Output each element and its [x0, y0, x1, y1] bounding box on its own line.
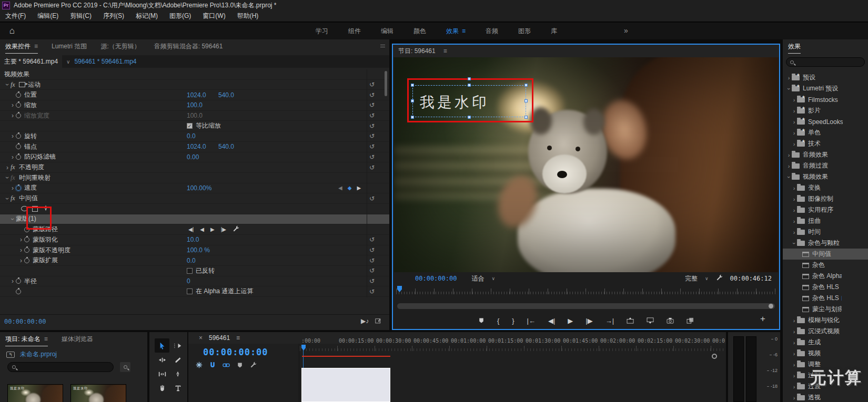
caret-closed-icon[interactable]: ›	[791, 328, 797, 335]
stopwatch-icon[interactable]	[16, 185, 21, 191]
reset-parameter-icon[interactable]: ↺	[369, 236, 375, 243]
reset-parameter-icon[interactable]: ↺	[369, 246, 375, 254]
panel-grip-icon[interactable]	[380, 45, 385, 47]
pen-tool[interactable]	[170, 367, 185, 381]
panel-menu-icon[interactable]: ≡	[44, 335, 48, 343]
mask-handle[interactable]	[468, 116, 471, 119]
menu-item-标记(M)[interactable]: 标记(M)	[136, 12, 158, 20]
timeline-settings-icon[interactable]	[250, 362, 257, 370]
go-to-in-button[interactable]: |←	[527, 317, 536, 325]
effect-controls-timecode[interactable]: 00:00:00:00	[4, 318, 46, 325]
effects-tree-row-杂色 Alpha[interactable]: 杂色 Alpha	[783, 271, 868, 282]
menu-item-序列(S)[interactable]: 序列(S)	[103, 12, 124, 20]
param-value[interactable]: 0	[187, 277, 190, 285]
lift-button[interactable]	[627, 317, 634, 324]
caret-open-icon[interactable]: ›	[4, 81, 11, 88]
workspace-tab-库[interactable]: 库	[551, 27, 557, 36]
caret-closed-icon[interactable]: ›	[791, 229, 797, 235]
program-time-ruler[interactable]	[396, 286, 776, 294]
effects-tree-row-图像控制[interactable]: ›图像控制	[783, 193, 868, 204]
tab-效果控件[interactable]: 效果控件≡	[5, 39, 38, 55]
caret-closed-icon[interactable]: ›	[791, 196, 797, 202]
caret-open-icon[interactable]: ›	[4, 195, 11, 202]
effects-tree-row-视频效果[interactable]: ›视频效果	[783, 171, 868, 182]
extract-button[interactable]	[647, 317, 654, 324]
effects-tree-row-音频过渡[interactable]: ›音频过渡	[783, 160, 868, 171]
caret-open-icon[interactable]: ›	[4, 174, 11, 181]
tab-媒体浏览器[interactable]: 媒体浏览器	[62, 332, 93, 347]
caret-closed-icon[interactable]: ›	[791, 218, 797, 224]
step-back-button[interactable]: ◀|	[548, 317, 555, 325]
sequence-tab-label[interactable]: 596461	[209, 334, 230, 342]
effects-tree-row-杂色 HLS[interactable]: 杂色 HLS	[783, 282, 868, 293]
effects-tree-row-SpeedLooks[interactable]: ›★SpeedLooks	[783, 116, 868, 127]
stopwatch-icon[interactable]	[16, 279, 21, 284]
type-tool[interactable]	[170, 381, 185, 395]
step-forward-button[interactable]: |▶	[586, 317, 592, 325]
caret-closed-icon[interactable]: ›	[791, 97, 797, 103]
param-value[interactable]: 100.00%	[187, 184, 211, 192]
effects-tree-row-技术[interactable]: ›★技术	[783, 138, 868, 149]
stopwatch-icon[interactable]	[24, 237, 29, 242]
mask-handle[interactable]	[468, 77, 471, 80]
workspace-tab-音频[interactable]: 音频	[486, 27, 498, 36]
checkbox-已反转[interactable]	[187, 268, 193, 274]
effect-row-锚点[interactable]: 锚点1024.0540.0↺	[0, 142, 389, 152]
caret-closed-icon[interactable]: ›	[786, 163, 792, 169]
effects-tree-row-透视[interactable]: ›透视	[783, 392, 868, 402]
mask-handle[interactable]	[411, 116, 414, 119]
effect-row-时间重映射[interactable]: ›fx时间重映射	[0, 173, 389, 183]
effect-row-旋转[interactable]: ›旋转0.0↺	[0, 131, 389, 142]
effects-tree-row-单色[interactable]: ›★单色	[783, 127, 868, 138]
snap-toggle-icon[interactable]	[209, 362, 216, 370]
effects-tree-row-视频[interactable]: ›视频	[783, 348, 868, 359]
param-value[interactable]: 10.0	[187, 236, 199, 243]
stopwatch-icon[interactable]	[16, 144, 21, 149]
effects-tree-row-杂色与颗粒[interactable]: ›杂色与颗粒	[783, 238, 868, 249]
effect-row-缩放宽度[interactable]: ›缩放宽度100.0↺	[0, 111, 389, 121]
caret-closed-icon[interactable]: ›	[791, 185, 797, 191]
effects-tree-row-Filmstocks[interactable]: ›★Filmstocks	[783, 94, 868, 105]
caret-closed-icon[interactable]: ›	[9, 153, 16, 161]
workspace-tab-组件[interactable]: 组件	[348, 27, 361, 36]
reset-parameter-icon[interactable]: ↺	[369, 91, 375, 99]
workspace-tab-颜色[interactable]: 颜色	[413, 27, 426, 36]
caret-open-icon[interactable]: ›	[786, 174, 792, 180]
effects-tree-row-变换[interactable]: ›变换	[783, 182, 868, 193]
playback-resolution-dropdown[interactable]: 完整 ∨	[685, 274, 709, 283]
selection-tool[interactable]	[155, 338, 169, 353]
ripple-edit-tool[interactable]	[155, 353, 169, 367]
param-value[interactable]: 100.0 %	[187, 246, 210, 254]
slip-tool[interactable]	[155, 367, 169, 381]
effect-row-不透明度[interactable]: ›fx不透明度↺	[0, 162, 389, 173]
effect-row-蒙版羽化[interactable]: ›蒙版羽化10.0↺	[0, 235, 389, 245]
project-search-input[interactable]	[7, 362, 114, 372]
workspace-tab-效果[interactable]: 效果≡	[446, 27, 466, 36]
effects-tree-row-时间[interactable]: ›时间	[783, 226, 868, 238]
stopwatch-icon[interactable]	[16, 92, 21, 98]
effect-controls-scrollbar[interactable]	[385, 71, 387, 96]
param-value[interactable]: 0.0	[187, 257, 196, 264]
effects-tree-row-实用程序[interactable]: ›实用程序	[783, 204, 868, 215]
effect-row-蒙版扩展[interactable]: ›蒙版扩展0.0↺	[0, 255, 389, 266]
param-value[interactable]: 0.0	[187, 132, 196, 140]
close-icon[interactable]: ×	[199, 334, 203, 342]
reset-parameter-icon[interactable]: ↺	[369, 153, 375, 161]
reset-parameter-icon[interactable]: ↺	[369, 164, 375, 171]
effects-tree-row-扭曲[interactable]: ›扭曲	[783, 215, 868, 226]
tab-effects[interactable]: 效果	[788, 39, 801, 55]
caret-closed-icon[interactable]: ›	[791, 130, 797, 136]
program-timecode[interactable]: 00:00:00:00	[415, 275, 457, 282]
mask-handle[interactable]	[468, 84, 471, 87]
caret-closed-icon[interactable]: ›	[791, 317, 797, 324]
reset-parameter-icon[interactable]: ↺	[369, 143, 375, 150]
effect-row-checkbox[interactable]: 已反转↺	[0, 266, 389, 276]
checkbox-等比缩放[interactable]: ✓	[187, 123, 193, 129]
caret-closed-icon[interactable]: ›	[791, 384, 797, 390]
caret-closed-icon[interactable]: ›	[786, 75, 792, 81]
effects-tree-row-预设[interactable]: ›★预设	[783, 72, 868, 83]
nest-insert-toggle-icon[interactable]	[196, 362, 203, 370]
caret-closed-icon[interactable]: ›	[791, 141, 797, 147]
caret-open-icon[interactable]: ›	[9, 216, 16, 222]
add-marker-icon[interactable]	[237, 362, 243, 370]
